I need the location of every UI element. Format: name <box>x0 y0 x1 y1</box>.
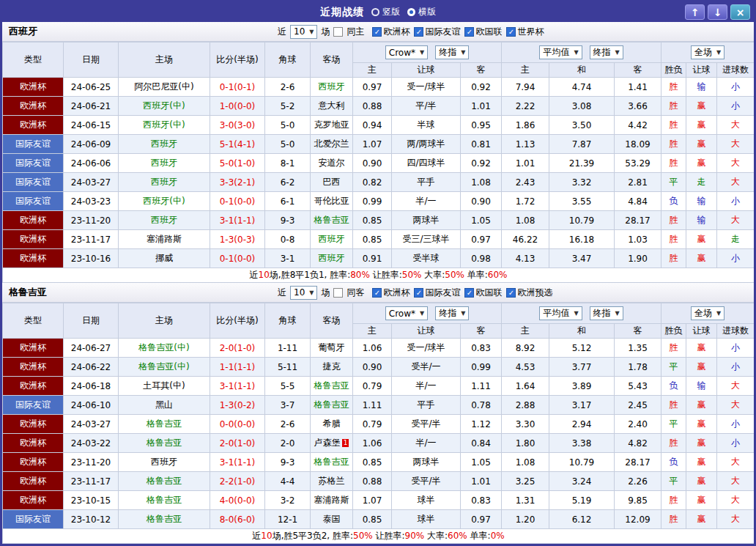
goals-flag: 小 <box>717 415 755 434</box>
home-team: 格鲁吉亚(中) <box>119 358 210 377</box>
competition-label: 欧国联 <box>475 287 502 299</box>
chevron-down-icon: ▼ <box>420 49 424 56</box>
scope-select[interactable]: 全场▼ <box>691 45 724 59</box>
corner-score: 3-2 <box>265 491 311 510</box>
competition-checkbox[interactable]: ✓ <box>372 27 382 37</box>
summary-segment: 场,胜8平1负1, 胜率: <box>270 270 350 280</box>
competition-filter[interactable]: ✓世界杯 <box>506 26 544 38</box>
match-score: 0-1(0-1) <box>210 78 265 97</box>
euro-away-odds: 2.45 <box>615 396 662 415</box>
recent-count-select[interactable]: 10 ▼ <box>290 25 317 39</box>
competition-filter-list: ✓欧洲杯✓国际友谊✓欧国联✓世界杯 <box>368 26 544 38</box>
match-row: 国际友谊24-06-10黑山1-3(0-2)3-7格鲁吉亚1.11平手0.782… <box>3 396 755 415</box>
competition-filter[interactable]: ✓欧洲杯 <box>372 287 410 299</box>
team-section: 格鲁吉亚 近 10 ▼ 场 同客 ✓欧洲杯✓国际友谊✓欧国联✓欧洲预选 <box>2 283 754 544</box>
asian-away-odds: 0.84 <box>461 434 502 453</box>
layout-radio-horizontal[interactable]: 横版 <box>407 6 436 18</box>
match-row: 欧洲杯24-03-27格鲁吉亚0-0(0-0)2-6希腊0.79受平/半1.12… <box>3 415 755 434</box>
competition-badge: 国际友谊 <box>3 396 63 414</box>
match-date: 24-06-09 <box>64 135 119 154</box>
layout-radio-vertical[interactable]: 竖版 <box>371 6 400 18</box>
match-row: 国际友谊24-03-23西班牙(中)0-1(0-0)6-1哥伦比亚0.99半/一… <box>3 192 755 211</box>
summary-segment: 大率: <box>424 531 448 541</box>
competition-filter[interactable]: ✓欧国联 <box>464 287 502 299</box>
handicap-flag: 赢 <box>686 510 717 529</box>
euro-home-odds: 7.94 <box>502 78 549 97</box>
euro-final-select[interactable]: 终指▼ <box>590 45 623 59</box>
competition-cell: 欧洲杯 <box>3 339 64 358</box>
euro-home-odds: 3.25 <box>502 472 549 491</box>
bookmaker-select[interactable]: Crow*▼ <box>385 306 428 320</box>
euro-home-odds: 2.43 <box>502 173 549 192</box>
corner-score: 5-0 <box>265 116 311 135</box>
recent-count-select[interactable]: 10 ▼ <box>290 286 317 300</box>
handicap-flag: 赢 <box>686 472 717 491</box>
corner-score: 5-2 <box>265 97 311 116</box>
same-venue-checkbox[interactable] <box>333 27 343 37</box>
competition-checkbox[interactable]: ✓ <box>414 288 423 298</box>
competition-cell: 欧洲杯 <box>3 434 64 453</box>
up-arrow-icon: ↑ <box>691 7 700 18</box>
handicap-flag: 赢 <box>686 116 717 135</box>
euro-away-odds: 9.85 <box>615 491 662 510</box>
match-date: 23-11-20 <box>64 453 119 472</box>
asian-home-odds: 0.88 <box>353 472 392 491</box>
match-score: 4-0(0-0) <box>210 491 265 510</box>
col-result: 胜负 <box>662 324 686 339</box>
bookmaker-select[interactable]: Crow*▼ <box>385 45 428 59</box>
asian-home-odds: 1.07 <box>353 135 392 154</box>
competition-filter[interactable]: ✓欧洲预选 <box>506 287 552 299</box>
euro-final-select[interactable]: 终指▼ <box>590 306 623 320</box>
match-row: 欧洲杯24-06-18土耳其(中)3-1(1-1)5-5格鲁吉亚0.79半/一1… <box>3 377 755 396</box>
same-venue-label: 同客 <box>346 287 364 299</box>
scroll-down-button[interactable]: ↓ <box>708 4 727 20</box>
chevron-down-icon: ▼ <box>574 310 578 317</box>
competition-cell: 欧洲杯 <box>3 97 64 116</box>
euro-draw-odds: 4.74 <box>549 78 615 97</box>
competition-filter[interactable]: ✓国际友谊 <box>414 26 460 38</box>
goals-flag: 大 <box>717 510 755 529</box>
euro-home-odds: 1.13 <box>502 135 549 154</box>
asian-final-select[interactable]: 终指▼ <box>435 306 469 320</box>
competition-filter[interactable]: ✓欧国联 <box>464 26 502 38</box>
competition-checkbox[interactable]: ✓ <box>506 288 516 298</box>
competition-checkbox[interactable]: ✓ <box>414 27 423 37</box>
handicap-flag: 赢 <box>686 154 717 173</box>
scroll-up-button[interactable]: ↑ <box>685 4 705 20</box>
match-score: 8-0(6-0) <box>210 510 265 529</box>
same-venue-checkbox[interactable] <box>333 288 343 298</box>
euro-draw-odds: 3.47 <box>549 249 615 268</box>
competition-cell: 欧洲杯 <box>3 491 64 510</box>
home-team: 西班牙 <box>119 173 210 192</box>
asian-final-value: 终指 <box>439 46 456 59</box>
competition-filter[interactable]: ✓国际友谊 <box>414 287 460 299</box>
away-team: 西班牙 <box>311 230 353 249</box>
corner-score: 2-6 <box>265 415 311 434</box>
competition-checkbox[interactable]: ✓ <box>464 27 474 37</box>
summary-segment: 80% <box>350 270 370 280</box>
competition-label: 世界杯 <box>517 26 544 38</box>
asian-final-select[interactable]: 终指▼ <box>435 45 469 59</box>
corner-score: 6-2 <box>265 173 311 192</box>
home-team: 格鲁吉亚 <box>119 434 210 453</box>
asian-handicap-line: 球半 <box>392 491 461 510</box>
competition-cell: 欧洲杯 <box>3 472 64 491</box>
asian-away-odds: 1.12 <box>461 415 502 434</box>
corner-score: 1-11 <box>265 339 311 358</box>
corner-score: 3-1 <box>265 249 311 268</box>
close-button[interactable]: × <box>730 4 750 20</box>
average-select[interactable]: 平均值▼ <box>539 45 582 59</box>
asian-home-odds: 0.85 <box>353 510 392 529</box>
competition-checkbox[interactable]: ✓ <box>464 288 474 298</box>
competition-checkbox[interactable]: ✓ <box>506 27 516 37</box>
radio-unselected-icon <box>371 8 379 16</box>
sub-asian-handicap: 让球 <box>392 324 461 339</box>
scope-select[interactable]: 全场▼ <box>691 306 724 320</box>
euro-draw-odds: 3.38 <box>549 434 615 453</box>
chevron-down-icon: ▼ <box>309 29 314 35</box>
section-team-name: 格鲁吉亚 <box>2 286 47 299</box>
competition-filter[interactable]: ✓欧洲杯 <box>372 26 410 38</box>
home-team: 西班牙 <box>119 211 210 230</box>
competition-checkbox[interactable]: ✓ <box>372 288 382 298</box>
average-select[interactable]: 平均值▼ <box>539 306 582 320</box>
